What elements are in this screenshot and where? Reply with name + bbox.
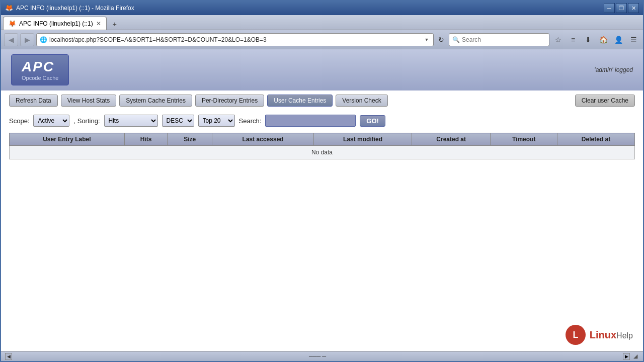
menu-button[interactable]: ☰ [627,33,640,46]
title-bar: 🦊 APC INFO (linuxhelp1) (::1) - Mozilla … [1,1,643,15]
tab-label: APC INFO (linuxhelp1) (::1) [19,20,93,27]
col-last-modified: Last modified [314,133,412,146]
view-host-stats-button[interactable]: View Host Stats [61,95,116,107]
sorting-label: , Sorting: [73,117,100,125]
restore-button[interactable]: ❐ [616,3,627,13]
close-button[interactable]: ✕ [628,3,639,13]
user-cache-entries-button[interactable]: User Cache Entries [267,95,333,107]
system-cache-entries-button[interactable]: System Cache Entries [119,95,192,107]
sort-select[interactable]: Hits Size Last accessed Last modified Cr… [104,115,158,127]
status-center: ─── ─ [309,353,326,359]
col-user-entry-label: User Entry Label [10,133,125,146]
bookmark-button[interactable]: ☆ [551,33,565,46]
scroll-right-button[interactable]: ▶ [623,353,630,360]
download-button[interactable]: ⬇ [582,33,595,46]
apc-logo: APC Opcode Cache [11,54,69,85]
linuxhelp-text: LinuxHelp [590,329,633,341]
scroll-left: ◀ [5,353,12,360]
filter-search-input[interactable] [265,115,356,127]
search-input[interactable] [462,36,537,43]
col-timeout: Timeout [491,133,557,146]
data-table: User Entry Label Hits Size Last accessed… [9,133,635,159]
scroll-left-button[interactable]: ◀ [5,353,12,360]
go-button[interactable]: GO! [360,115,385,127]
reader-button[interactable]: ≡ [567,33,580,46]
col-deleted-at: Deleted at [557,133,634,146]
scope-label: Scope: [9,117,29,125]
order-select[interactable]: DESC ASC [162,115,194,127]
col-hits: Hits [124,133,168,146]
top-select[interactable]: Top 10 Top 20 Top 50 Top 100 All [198,115,235,127]
status-bar-right: ▶ ◢ [623,353,639,360]
footer-logo: L LinuxHelp [565,324,633,346]
sync-button[interactable]: 👤 [612,33,625,46]
version-check-button[interactable]: Version Check [336,95,387,107]
apc-logo-subtitle: Opcode Cache [22,75,58,81]
tab-bar: 🦊 APC INFO (linuxhelp1) (::1) ✕ + [1,15,643,30]
status-bar: ◀ ─── ─ ▶ ◢ [1,351,643,361]
per-directory-entries-button[interactable]: Per-Directory Entries [195,95,264,107]
filter-row: Scope: Active Inactive All , Sorting: Hi… [1,111,643,131]
search-icon: 🔍 [452,36,460,43]
linuxhelp-logo-icon: L [565,324,587,346]
svg-text:L: L [573,330,578,340]
no-data-row: No data [10,146,635,159]
home-button[interactable]: 🏠 [597,33,610,46]
col-last-accessed: Last accessed [212,133,313,146]
nav-buttons: Refresh Data View Host Stats System Cach… [1,90,643,111]
address-input[interactable] [49,36,421,43]
nav-buttons-left: Refresh Data View Host Stats System Cach… [9,95,388,107]
resize-handle[interactable]: ◢ [632,353,639,360]
toolbar: ◀ ▶ 🌐 ▼ ↻ 🔍 ☆ ≡ ⬇ 🏠 👤 ☰ [1,30,643,49]
window-title: APC INFO (linuxhelp1) (::1) - Mozilla Fi… [16,5,134,12]
clear-user-cache-button[interactable]: Clear user Cache [575,95,635,107]
col-created-at: Created at [412,133,491,146]
minimize-button[interactable]: ─ [604,3,615,13]
address-bar: 🌐 ▼ [36,33,434,46]
status-bar-left: ◀ [5,353,12,360]
scope-select[interactable]: Active Inactive All [33,115,69,127]
lock-icon: 🌐 [40,36,47,43]
active-tab[interactable]: 🦊 APC INFO (linuxhelp1) (::1) ✕ [3,17,107,30]
tab-close-button[interactable]: ✕ [96,20,101,27]
search-label: Search: [239,117,262,125]
logged-text: 'admin' logged [594,66,633,73]
address-dropdown-button[interactable]: ▼ [423,36,430,43]
new-tab-button[interactable]: + [109,19,121,30]
forward-button[interactable]: ▶ [20,33,34,46]
apc-logo-title: APC [22,59,58,75]
back-button[interactable]: ◀ [4,33,18,46]
no-data-cell: No data [10,146,635,159]
refresh-button[interactable]: ↻ [436,34,447,45]
col-size: Size [168,133,212,146]
firefox-icon: 🦊 [5,4,13,12]
search-bar: 🔍 [449,33,549,46]
apc-header: APC Opcode Cache 'admin' logged [1,49,643,90]
tab-favicon: 🦊 [9,20,16,27]
refresh-data-button[interactable]: Refresh Data [9,95,58,107]
